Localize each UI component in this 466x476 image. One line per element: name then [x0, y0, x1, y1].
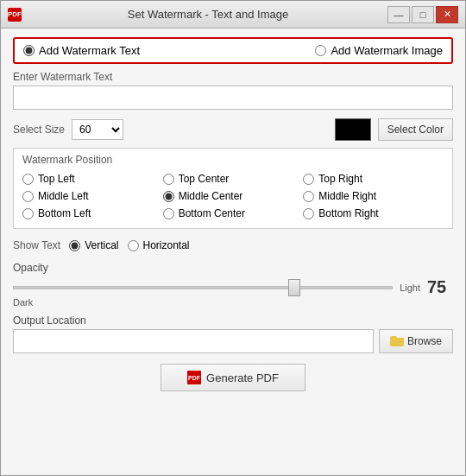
pos-bottom-center-radio[interactable]: [163, 208, 174, 219]
pos-bottom-left[interactable]: Bottom Left: [22, 207, 163, 219]
size-label: Select Size: [13, 124, 65, 136]
pos-top-left-radio[interactable]: [22, 174, 34, 185]
output-input[interactable]: [13, 329, 374, 353]
pos-middle-center[interactable]: Middle Center: [163, 190, 304, 202]
pos-bottom-right-radio[interactable]: [303, 208, 314, 219]
pos-middle-right[interactable]: Middle Right: [303, 190, 444, 202]
pos-middle-left-label: Middle Left: [38, 190, 89, 202]
horizontal-label: Horizontal: [143, 239, 190, 251]
browse-button[interactable]: Browse: [379, 329, 453, 353]
watermark-text-section: Enter Watermark Text: [13, 71, 453, 110]
position-grid: Top Left Top Center Top Right Middle Lef…: [22, 173, 444, 219]
window-title: Set Watermark - Text and Image: [28, 8, 387, 21]
generate-label: Generate PDF: [206, 371, 279, 384]
dark-label: Dark: [13, 297, 453, 308]
opacity-label: Opacity: [13, 262, 453, 274]
pos-middle-center-radio[interactable]: [163, 191, 174, 202]
watermark-type-group: Add Watermark Text Add Watermark Image: [13, 37, 453, 64]
add-watermark-text-label: Add Watermark Text: [39, 44, 140, 57]
browse-label: Browse: [407, 335, 442, 347]
opacity-slider[interactable]: [13, 286, 393, 289]
pos-middle-right-label: Middle Right: [318, 190, 376, 202]
pos-top-right-label: Top Right: [318, 173, 362, 185]
pos-middle-left-radio[interactable]: [22, 191, 34, 202]
app-icon: PDF: [8, 8, 22, 22]
vertical-option[interactable]: Vertical: [69, 239, 118, 251]
watermark-text-input[interactable]: [13, 86, 453, 110]
main-content: Add Watermark Text Add Watermark Image E…: [1, 29, 465, 475]
vertical-radio[interactable]: [69, 240, 80, 251]
pos-top-left-label: Top Left: [38, 173, 75, 185]
pos-top-right-radio[interactable]: [303, 174, 314, 185]
main-window: PDF Set Watermark - Text and Image — □ ✕…: [0, 0, 466, 476]
show-text-label: Show Text: [13, 239, 60, 251]
position-section: Watermark Position Top Left Top Center T…: [13, 148, 453, 229]
window-controls: — □ ✕: [387, 6, 458, 23]
folder-icon: [390, 336, 404, 346]
vertical-label: Vertical: [85, 239, 118, 251]
select-color-button[interactable]: Select Color: [378, 118, 453, 141]
pos-top-center-label: Top Center: [179, 173, 230, 185]
pos-top-center[interactable]: Top Center: [163, 173, 304, 185]
pos-middle-right-radio[interactable]: [303, 191, 314, 202]
pos-bottom-right[interactable]: Bottom Right: [303, 207, 444, 219]
output-section: Output Location Browse: [13, 314, 453, 353]
horizontal-option[interactable]: Horizontal: [128, 239, 190, 251]
show-text-row: Show Text Vertical Horizontal: [13, 236, 453, 255]
pos-top-right[interactable]: Top Right: [303, 173, 444, 185]
opacity-section: Opacity Light 75 Dark: [13, 262, 453, 308]
pos-bottom-left-radio[interactable]: [22, 208, 34, 219]
output-row: Browse: [13, 329, 453, 353]
pos-middle-center-label: Middle Center: [179, 190, 243, 202]
generate-row: PDF Generate PDF: [13, 364, 453, 391]
minimize-button[interactable]: —: [387, 6, 410, 23]
add-watermark-image-radio[interactable]: [315, 45, 326, 56]
pos-bottom-left-label: Bottom Left: [38, 207, 91, 219]
opacity-value: 75: [427, 277, 453, 297]
light-label: Light: [400, 282, 420, 293]
opacity-row: Light 75: [13, 277, 453, 297]
size-select[interactable]: 60 8 10 12 14 16 18 20 24 28 32 36 40 48…: [72, 119, 123, 140]
pdf-icon: PDF: [187, 371, 201, 384]
restore-button[interactable]: □: [412, 6, 434, 23]
pos-bottom-right-label: Bottom Right: [318, 207, 378, 219]
add-watermark-text-radio[interactable]: [23, 45, 35, 56]
horizontal-radio[interactable]: [128, 240, 139, 251]
color-box: [335, 118, 371, 141]
add-watermark-image-option[interactable]: Add Watermark Image: [315, 44, 443, 57]
pos-top-center-radio[interactable]: [163, 174, 174, 185]
add-watermark-text-option[interactable]: Add Watermark Text: [23, 44, 315, 57]
generate-pdf-button[interactable]: PDF Generate PDF: [161, 364, 305, 391]
opacity-slider-container: [13, 279, 393, 296]
add-watermark-image-label: Add Watermark Image: [331, 44, 443, 57]
title-bar: PDF Set Watermark - Text and Image — □ ✕: [1, 1, 465, 29]
position-title: Watermark Position: [22, 154, 444, 166]
pos-top-left[interactable]: Top Left: [22, 173, 163, 185]
pos-bottom-center-label: Bottom Center: [179, 207, 245, 219]
watermark-text-label: Enter Watermark Text: [13, 71, 453, 83]
close-button[interactable]: ✕: [436, 6, 458, 23]
size-color-row: Select Size 60 8 10 12 14 16 18 20 24 28…: [13, 118, 453, 141]
output-label: Output Location: [13, 314, 453, 327]
pos-bottom-center[interactable]: Bottom Center: [163, 207, 304, 219]
pos-middle-left[interactable]: Middle Left: [22, 190, 163, 202]
